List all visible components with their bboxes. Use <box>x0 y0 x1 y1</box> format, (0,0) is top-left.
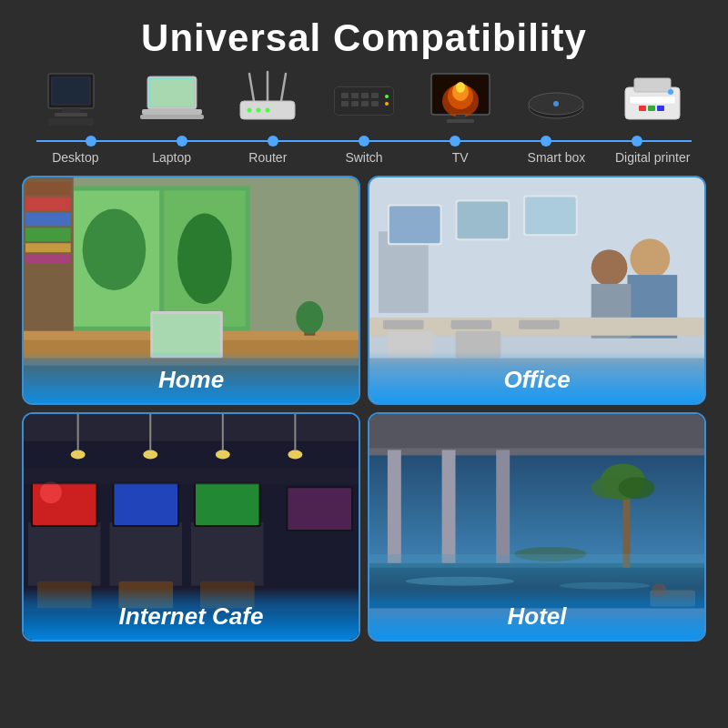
label-tv: TV <box>412 150 509 165</box>
scene-grid: Home <box>18 172 710 645</box>
svg-rect-76 <box>457 202 508 239</box>
svg-rect-109 <box>196 483 259 525</box>
svg-rect-86 <box>519 320 560 329</box>
svg-rect-11 <box>140 115 204 119</box>
svg-rect-21 <box>341 93 349 98</box>
svg-rect-113 <box>24 468 359 484</box>
svg-rect-43 <box>634 78 671 92</box>
svg-rect-5 <box>53 78 89 104</box>
svg-rect-3 <box>55 113 87 116</box>
svg-point-67 <box>296 301 323 334</box>
switch-icon <box>332 69 396 128</box>
devices-section: Desktop Laptop Router Switch TV Smart bo… <box>18 69 710 165</box>
svg-rect-78 <box>525 197 576 235</box>
svg-point-125 <box>406 577 514 586</box>
label-router: Router <box>219 150 316 165</box>
connector-line <box>18 134 710 148</box>
svg-rect-6 <box>48 118 94 126</box>
page-title: Universal Compatibility <box>141 16 587 60</box>
svg-rect-56 <box>25 182 71 196</box>
svg-point-18 <box>266 108 270 113</box>
svg-point-97 <box>216 450 230 459</box>
svg-point-36 <box>456 82 465 93</box>
svg-rect-91 <box>24 414 359 441</box>
svg-rect-24 <box>371 93 379 98</box>
svg-rect-120 <box>369 448 704 455</box>
scene-home: Home <box>22 176 360 405</box>
device-labels-row: Desktop Laptop Router Switch TV Smart bo… <box>18 150 710 165</box>
svg-point-30 <box>385 102 389 106</box>
smartbox-icon <box>524 69 588 128</box>
device-item-router <box>219 69 316 132</box>
svg-rect-46 <box>648 106 655 111</box>
svg-rect-44 <box>630 96 675 104</box>
svg-rect-26 <box>351 101 359 106</box>
svg-rect-9 <box>150 79 194 106</box>
office-label: Office <box>369 351 704 403</box>
laptop-icon <box>140 69 204 128</box>
svg-rect-47 <box>657 106 664 111</box>
svg-point-29 <box>385 95 389 98</box>
device-item-switch <box>316 69 412 132</box>
label-desktop: Desktop <box>27 150 124 165</box>
scene-internet-cafe: Internet Cafe <box>22 412 360 642</box>
svg-point-81 <box>592 249 628 286</box>
svg-point-99 <box>288 450 302 459</box>
svg-point-41 <box>553 101 559 106</box>
svg-rect-84 <box>383 320 424 329</box>
label-laptop: Laptop <box>124 150 220 165</box>
svg-line-12 <box>249 74 254 101</box>
svg-rect-37 <box>456 115 465 119</box>
svg-rect-58 <box>25 212 71 226</box>
label-switch: Switch <box>316 150 412 165</box>
svg-point-48 <box>668 89 673 95</box>
hotel-label: Hotel <box>369 588 704 640</box>
devices-icons-row <box>18 69 710 132</box>
scene-office: Office <box>368 176 706 405</box>
svg-rect-100 <box>28 522 101 586</box>
svg-line-14 <box>281 74 286 101</box>
svg-rect-107 <box>191 522 264 586</box>
svg-point-103 <box>40 481 62 503</box>
tv-icon <box>429 69 492 128</box>
svg-rect-61 <box>25 254 71 263</box>
scene-hotel: Hotel <box>368 412 706 642</box>
cafe-label: Internet Cafe <box>24 588 359 640</box>
svg-rect-60 <box>25 243 71 252</box>
device-item-desktop <box>27 69 124 132</box>
svg-point-53 <box>83 208 147 290</box>
svg-rect-22 <box>351 93 359 98</box>
svg-point-93 <box>71 450 86 459</box>
svg-rect-28 <box>371 101 379 106</box>
svg-rect-59 <box>25 228 71 241</box>
svg-rect-25 <box>341 101 349 106</box>
svg-rect-119 <box>369 414 704 450</box>
svg-point-95 <box>143 450 157 459</box>
page-wrapper: Universal Compatibility <box>0 0 728 728</box>
printer-icon <box>621 69 684 128</box>
svg-rect-132 <box>369 554 704 568</box>
svg-rect-85 <box>451 320 492 329</box>
svg-rect-57 <box>25 197 71 211</box>
svg-rect-65 <box>153 314 220 356</box>
svg-rect-115 <box>288 488 351 530</box>
svg-rect-38 <box>447 119 474 123</box>
svg-rect-2 <box>62 108 80 113</box>
device-item-tv <box>412 69 509 132</box>
svg-point-79 <box>630 238 670 278</box>
svg-rect-104 <box>109 522 182 586</box>
svg-point-17 <box>257 108 261 113</box>
svg-rect-10 <box>142 109 202 115</box>
svg-rect-106 <box>114 483 177 525</box>
device-item-printer <box>604 69 701 132</box>
device-item-smartbox <box>509 69 605 132</box>
home-label: Home <box>24 351 359 403</box>
svg-point-54 <box>177 213 232 303</box>
svg-rect-74 <box>389 207 440 244</box>
svg-rect-23 <box>361 93 369 98</box>
svg-rect-27 <box>361 101 369 106</box>
svg-rect-45 <box>639 106 646 111</box>
svg-point-130 <box>619 477 655 499</box>
label-printer: Digital printer <box>604 150 701 165</box>
svg-point-16 <box>248 108 252 113</box>
